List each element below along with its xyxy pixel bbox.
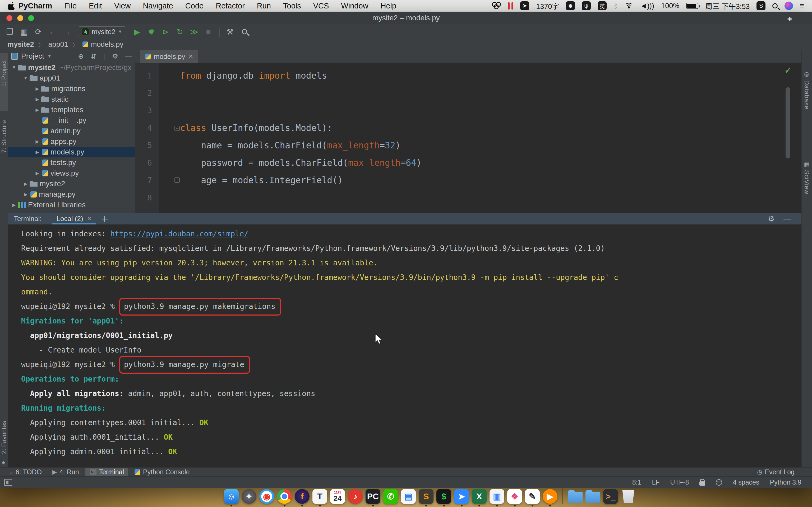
tree-item-views-py[interactable]: ▶views.py: [8, 168, 135, 178]
dock-launchpad[interactable]: ✦: [241, 489, 257, 506]
dock-typora[interactable]: T: [312, 489, 327, 506]
collapse-all-icon[interactable]: ⇵: [91, 52, 97, 60]
calendar-icon[interactable]: 11月24: [330, 489, 345, 504]
tab-todo[interactable]: ≡6: TODO: [5, 468, 46, 476]
project-header-title[interactable]: Project: [21, 52, 44, 60]
input-method-english[interactable]: 英: [598, 1, 607, 10]
battery-percent[interactable]: 100%: [661, 2, 679, 10]
code-area[interactable]: from django.db import modelsclass UserIn…: [159, 63, 791, 213]
write-lock-icon[interactable]: [699, 482, 705, 486]
siri-icon[interactable]: [784, 2, 793, 10]
run-with-icon[interactable]: ≫: [188, 25, 200, 38]
tree-item-manage-py[interactable]: ▶manage.py: [8, 189, 135, 200]
menu-item-pycharm[interactable]: PyCharm: [18, 2, 52, 10]
dock-wechat[interactable]: ✆: [383, 489, 398, 506]
folder-2-icon[interactable]: [586, 489, 600, 504]
tree-item-apps-py[interactable]: ▶apps.py: [8, 136, 135, 147]
dock-iterm[interactable]: $: [436, 489, 451, 506]
sidebar-tab-sciview[interactable]: ▦ SciView: [801, 161, 812, 194]
dock-safari[interactable]: ◉: [259, 489, 274, 506]
chevron-down-icon[interactable]: ▼: [47, 54, 52, 59]
dock-chrome[interactable]: [277, 489, 292, 506]
interpreter[interactable]: Python 3.9: [770, 478, 801, 486]
finder-icon[interactable]: ☺: [224, 489, 239, 504]
screen-record-pause-icon[interactable]: [508, 2, 513, 9]
tree-toggle-icon[interactable]: ▶: [11, 202, 17, 208]
dock-trash[interactable]: [621, 489, 636, 506]
dock-excel[interactable]: X: [471, 489, 487, 506]
close-terminal-tab-icon[interactable]: ✕: [87, 215, 92, 222]
wechat-icon[interactable]: ✆: [383, 489, 398, 504]
editor-scrollbar[interactable]: [785, 87, 790, 158]
sidebar-tab-structure[interactable]: 7: Structure: [0, 116, 8, 180]
wifi-icon[interactable]: [624, 3, 633, 9]
dock-folder-1[interactable]: [567, 489, 583, 506]
sogou-icon[interactable]: S: [757, 1, 765, 10]
tree-item-templates[interactable]: ▶templates: [8, 105, 135, 115]
forward-icon[interactable]: →: [61, 25, 73, 38]
dictation-mic-icon[interactable]: ψ: [582, 1, 591, 10]
dock-finder[interactable]: ☺: [223, 489, 239, 506]
editor-gutter[interactable]: 12345678: [135, 63, 159, 213]
tree-item-admin-py[interactable]: admin.py: [8, 126, 135, 136]
folder-1-icon[interactable]: [568, 489, 582, 504]
emoji-input-icon[interactable]: ☻: [566, 1, 575, 10]
app-rings-icon[interactable]: [492, 2, 501, 10]
menu-item-code[interactable]: Code: [185, 2, 204, 10]
keynote-icon[interactable]: ▤: [401, 489, 416, 504]
word-count[interactable]: 1370字: [536, 1, 559, 11]
rings-app-icon[interactable]: ❖: [507, 489, 522, 504]
sketch-icon[interactable]: ✎: [525, 489, 540, 504]
terminal-hide-icon[interactable]: —: [783, 214, 791, 223]
dingtalk-menu-icon[interactable]: ➤: [520, 1, 529, 10]
tv-app-icon[interactable]: ▶: [543, 489, 557, 504]
bluetooth-icon[interactable]: ᛒ: [613, 2, 618, 10]
dock-pycharm[interactable]: PC: [365, 489, 380, 506]
search-everywhere-icon[interactable]: [242, 29, 247, 34]
spotlight-icon[interactable]: [772, 3, 778, 8]
terminal-output[interactable]: Looking in indexes: https://pypi.douban.…: [8, 224, 801, 467]
locate-file-icon[interactable]: ⊕: [78, 52, 84, 60]
remote-desktop-icon[interactable]: ▥: [490, 489, 504, 504]
gear-icon[interactable]: ⚙: [112, 52, 118, 60]
open-icon[interactable]: ❐: [4, 25, 16, 38]
typora-icon[interactable]: T: [312, 489, 327, 504]
dock-folder-2[interactable]: [585, 489, 601, 506]
dock-dingtalk[interactable]: ➤: [454, 489, 469, 506]
close-tab-icon[interactable]: ✕: [189, 53, 193, 60]
dock-tv-app[interactable]: ▶: [542, 489, 558, 506]
profiler-icon[interactable]: ↻: [174, 25, 186, 38]
terminal-tab-local[interactable]: Local (2) ✕: [52, 213, 96, 224]
tree-toggle-icon[interactable]: ▶: [34, 86, 41, 92]
iterm-icon[interactable]: $: [437, 489, 451, 504]
caret-position[interactable]: 8:1: [632, 478, 642, 486]
tree-toggle-icon[interactable]: ▶: [22, 192, 29, 197]
indent-setting[interactable]: 4 spaces: [733, 478, 759, 486]
safari-icon[interactable]: ◉: [259, 489, 274, 504]
menu-item-edit[interactable]: Edit: [89, 2, 102, 10]
sidebar-tab-project[interactable]: 1: Project: [0, 53, 8, 111]
tree-toggle-icon[interactable]: ▶: [34, 139, 41, 145]
chrome-icon[interactable]: [277, 489, 292, 504]
save-all-icon[interactable]: ▦: [18, 25, 30, 38]
menu-item-window[interactable]: Window: [341, 2, 368, 10]
tab-python-console[interactable]: Python Console: [130, 468, 194, 476]
new-terminal-icon[interactable]: ＋: [101, 213, 109, 224]
tree-item-tests-py[interactable]: tests.py: [8, 157, 135, 168]
tree-toggle-icon[interactable]: ▶: [22, 181, 29, 187]
firefox-icon[interactable]: f: [295, 489, 309, 504]
dock-dev-folder[interactable]: >_: [603, 489, 618, 506]
tree-item-static[interactable]: ▶static: [8, 94, 135, 105]
menu-item-tools[interactable]: Tools: [283, 2, 301, 10]
inspection-ok-icon[interactable]: ✓: [784, 65, 792, 75]
sublime-text-icon[interactable]: S: [419, 489, 434, 504]
debug-icon[interactable]: ✹: [145, 25, 157, 38]
run-configuration-selector[interactable]: djmysite2▼: [78, 26, 126, 37]
tab-run[interactable]: ▶4: Run: [48, 468, 83, 476]
tree-toggle-icon[interactable]: ▼: [22, 75, 29, 81]
stop-icon[interactable]: ■: [202, 25, 214, 38]
menubar-clock[interactable]: 周三 下午3:53: [705, 1, 750, 11]
trash-icon[interactable]: [621, 489, 636, 504]
excel-icon[interactable]: X: [472, 489, 487, 504]
dock-keynote[interactable]: ▤: [401, 489, 416, 506]
